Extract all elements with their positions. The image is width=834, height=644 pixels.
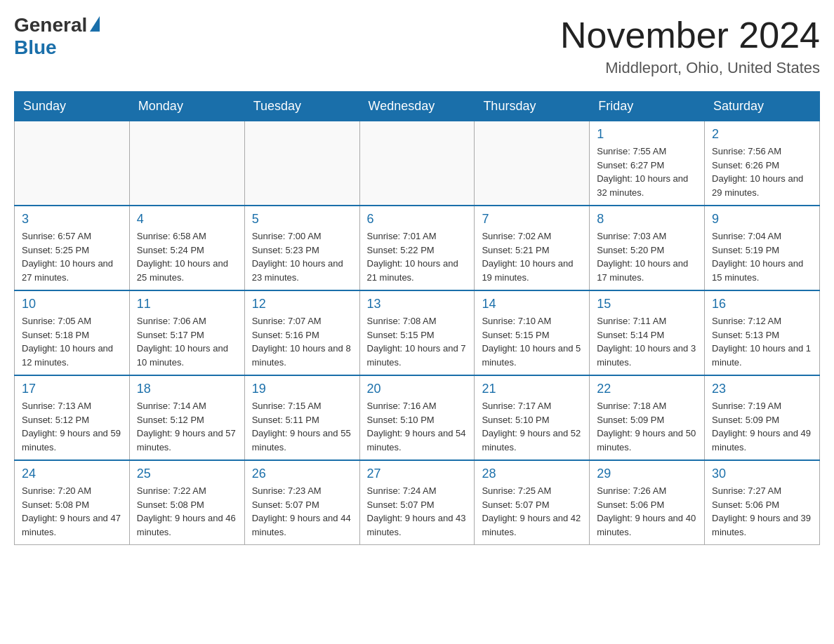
calendar-cell [475, 121, 590, 206]
calendar-cell: 9Sunrise: 7:04 AMSunset: 5:19 PMDaylight… [705, 206, 820, 290]
day-number: 2 [712, 127, 812, 142]
calendar-cell: 2Sunrise: 7:56 AMSunset: 6:26 PMDaylight… [705, 121, 820, 206]
day-info: Sunrise: 7:26 AMSunset: 5:06 PMDaylight:… [597, 484, 697, 539]
day-info: Sunrise: 7:19 AMSunset: 5:09 PMDaylight:… [712, 399, 812, 454]
day-number: 21 [482, 382, 582, 396]
day-number: 26 [252, 467, 352, 481]
day-number: 4 [137, 212, 237, 227]
day-number: 16 [712, 297, 812, 311]
location-text: Middleport, Ohio, United States [560, 59, 820, 77]
day-number: 30 [712, 467, 812, 481]
calendar-header-sunday: Sunday [15, 92, 130, 121]
day-number: 20 [367, 382, 468, 396]
logo-general-text: General [14, 14, 87, 36]
day-info: Sunrise: 7:14 AMSunset: 5:12 PMDaylight:… [137, 399, 237, 454]
day-info: Sunrise: 7:00 AMSunset: 5:23 PMDaylight:… [252, 229, 352, 284]
calendar-cell: 7Sunrise: 7:02 AMSunset: 5:21 PMDaylight… [475, 206, 590, 290]
calendar-cell: 6Sunrise: 7:01 AMSunset: 5:22 PMDaylight… [359, 206, 475, 290]
calendar-cell: 18Sunrise: 7:14 AMSunset: 5:12 PMDayligh… [129, 375, 244, 460]
day-info: Sunrise: 7:06 AMSunset: 5:17 PMDaylight:… [137, 314, 237, 369]
day-info: Sunrise: 7:13 AMSunset: 5:12 PMDaylight:… [22, 399, 122, 454]
calendar-cell: 20Sunrise: 7:16 AMSunset: 5:10 PMDayligh… [359, 375, 475, 460]
day-info: Sunrise: 7:16 AMSunset: 5:10 PMDaylight:… [367, 399, 468, 454]
calendar-cell: 14Sunrise: 7:10 AMSunset: 5:15 PMDayligh… [475, 290, 590, 375]
calendar-cell: 11Sunrise: 7:06 AMSunset: 5:17 PMDayligh… [129, 290, 244, 375]
calendar-cell: 10Sunrise: 7:05 AMSunset: 5:18 PMDayligh… [15, 290, 130, 375]
day-number: 28 [482, 467, 582, 481]
calendar-cell: 4Sunrise: 6:58 AMSunset: 5:24 PMDaylight… [129, 206, 244, 290]
calendar-cell: 29Sunrise: 7:26 AMSunset: 5:06 PMDayligh… [590, 460, 705, 545]
day-info: Sunrise: 7:20 AMSunset: 5:08 PMDaylight:… [22, 484, 122, 539]
calendar-header-tuesday: Tuesday [244, 92, 359, 121]
day-info: Sunrise: 7:15 AMSunset: 5:11 PMDaylight:… [252, 399, 352, 454]
day-number: 1 [597, 127, 697, 142]
calendar-cell: 3Sunrise: 6:57 AMSunset: 5:25 PMDaylight… [15, 206, 130, 290]
day-info: Sunrise: 7:56 AMSunset: 6:26 PMDaylight:… [712, 145, 812, 199]
day-info: Sunrise: 7:17 AMSunset: 5:10 PMDaylight:… [482, 399, 582, 454]
day-info: Sunrise: 7:27 AMSunset: 5:06 PMDaylight:… [712, 484, 812, 539]
day-number: 18 [137, 382, 237, 396]
calendar-cell: 23Sunrise: 7:19 AMSunset: 5:09 PMDayligh… [705, 375, 820, 460]
calendar-cell [15, 121, 130, 206]
page-header: General Blue November 2024 Middleport, O… [14, 14, 820, 77]
day-number: 3 [22, 212, 122, 227]
calendar-cell [244, 121, 359, 206]
calendar-cell: 22Sunrise: 7:18 AMSunset: 5:09 PMDayligh… [590, 375, 705, 460]
calendar-header-saturday: Saturday [705, 92, 820, 121]
day-info: Sunrise: 7:22 AMSunset: 5:08 PMDaylight:… [137, 484, 237, 539]
calendar-header-row: SundayMondayTuesdayWednesdayThursdayFrid… [15, 92, 820, 121]
day-info: Sunrise: 7:01 AMSunset: 5:22 PMDaylight:… [367, 229, 468, 284]
calendar-cell: 30Sunrise: 7:27 AMSunset: 5:06 PMDayligh… [705, 460, 820, 545]
day-info: Sunrise: 7:08 AMSunset: 5:15 PMDaylight:… [367, 314, 468, 369]
calendar-header-wednesday: Wednesday [359, 92, 475, 121]
day-number: 22 [597, 382, 697, 396]
day-info: Sunrise: 7:11 AMSunset: 5:14 PMDaylight:… [597, 314, 697, 369]
day-number: 6 [367, 212, 468, 227]
day-number: 25 [137, 467, 237, 481]
day-info: Sunrise: 7:25 AMSunset: 5:07 PMDaylight:… [482, 484, 582, 539]
day-info: Sunrise: 7:05 AMSunset: 5:18 PMDaylight:… [22, 314, 122, 369]
calendar-cell: 16Sunrise: 7:12 AMSunset: 5:13 PMDayligh… [705, 290, 820, 375]
day-number: 15 [597, 297, 697, 311]
calendar-table: SundayMondayTuesdayWednesdayThursdayFrid… [14, 91, 820, 545]
day-number: 7 [482, 212, 582, 227]
day-info: Sunrise: 7:02 AMSunset: 5:21 PMDaylight:… [482, 229, 582, 284]
day-number: 13 [367, 297, 468, 311]
day-number: 17 [22, 382, 122, 396]
day-info: Sunrise: 7:04 AMSunset: 5:19 PMDaylight:… [712, 229, 812, 284]
logo-triangle-icon [90, 16, 100, 32]
calendar-header-thursday: Thursday [475, 92, 590, 121]
day-info: Sunrise: 7:55 AMSunset: 6:27 PMDaylight:… [597, 145, 697, 199]
title-area: November 2024 Middleport, Ohio, United S… [560, 14, 820, 77]
day-number: 27 [367, 467, 468, 481]
day-number: 8 [597, 212, 697, 227]
calendar-week-row: 1Sunrise: 7:55 AMSunset: 6:27 PMDaylight… [15, 121, 820, 206]
calendar-week-row: 17Sunrise: 7:13 AMSunset: 5:12 PMDayligh… [15, 375, 820, 460]
calendar-cell: 19Sunrise: 7:15 AMSunset: 5:11 PMDayligh… [244, 375, 359, 460]
calendar-cell [359, 121, 475, 206]
day-number: 14 [482, 297, 582, 311]
day-info: Sunrise: 7:07 AMSunset: 5:16 PMDaylight:… [252, 314, 352, 369]
day-number: 29 [597, 467, 697, 481]
day-info: Sunrise: 7:23 AMSunset: 5:07 PMDaylight:… [252, 484, 352, 539]
calendar-cell: 5Sunrise: 7:00 AMSunset: 5:23 PMDaylight… [244, 206, 359, 290]
calendar-header-friday: Friday [590, 92, 705, 121]
calendar-cell: 13Sunrise: 7:08 AMSunset: 5:15 PMDayligh… [359, 290, 475, 375]
calendar-cell: 8Sunrise: 7:03 AMSunset: 5:20 PMDaylight… [590, 206, 705, 290]
day-info: Sunrise: 7:12 AMSunset: 5:13 PMDaylight:… [712, 314, 812, 369]
calendar-cell: 25Sunrise: 7:22 AMSunset: 5:08 PMDayligh… [129, 460, 244, 545]
calendar-cell: 1Sunrise: 7:55 AMSunset: 6:27 PMDaylight… [590, 121, 705, 206]
day-number: 12 [252, 297, 352, 311]
day-info: Sunrise: 7:10 AMSunset: 5:15 PMDaylight:… [482, 314, 582, 369]
day-info: Sunrise: 7:24 AMSunset: 5:07 PMDaylight:… [367, 484, 468, 539]
calendar-cell: 21Sunrise: 7:17 AMSunset: 5:10 PMDayligh… [475, 375, 590, 460]
day-info: Sunrise: 6:57 AMSunset: 5:25 PMDaylight:… [22, 229, 122, 284]
calendar-cell: 24Sunrise: 7:20 AMSunset: 5:08 PMDayligh… [15, 460, 130, 545]
day-info: Sunrise: 6:58 AMSunset: 5:24 PMDaylight:… [137, 229, 237, 284]
calendar-cell: 15Sunrise: 7:11 AMSunset: 5:14 PMDayligh… [590, 290, 705, 375]
day-number: 24 [22, 467, 122, 481]
day-number: 10 [22, 297, 122, 311]
calendar-cell: 26Sunrise: 7:23 AMSunset: 5:07 PMDayligh… [244, 460, 359, 545]
calendar-cell: 28Sunrise: 7:25 AMSunset: 5:07 PMDayligh… [475, 460, 590, 545]
calendar-week-row: 3Sunrise: 6:57 AMSunset: 5:25 PMDaylight… [15, 206, 820, 290]
